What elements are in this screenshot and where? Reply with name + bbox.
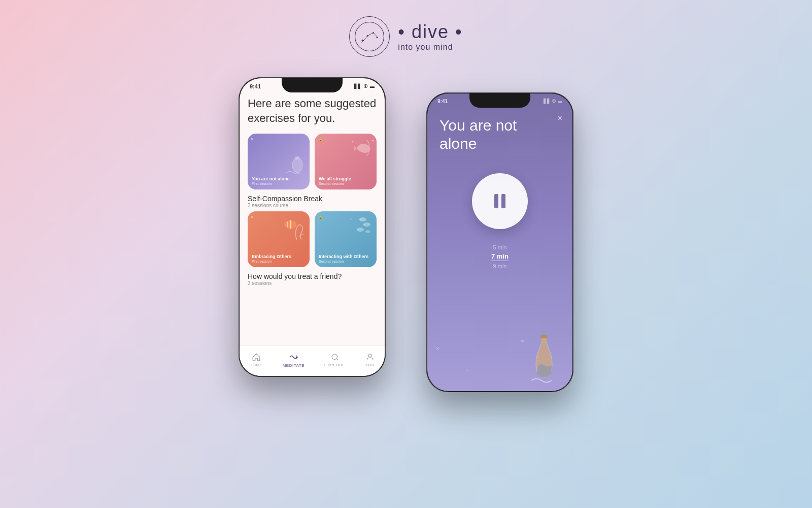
course2-label: How would you treat a friend? 3 sessions xyxy=(248,272,377,286)
card-embracing-others[interactable]: × xyxy=(248,211,310,267)
svg-point-18 xyxy=(332,354,337,360)
player-title-line2: alone xyxy=(439,135,477,152)
you-icon xyxy=(365,353,375,362)
status-icons: ▋▋ ⦿ ▬ xyxy=(354,84,375,89)
course1-title: Self-Compassion Break xyxy=(248,195,377,203)
heading-text: Here are some suggested exercises for yo… xyxy=(248,97,377,125)
nav-you-label: YOU xyxy=(365,363,375,367)
app-header: • dive • into you mind xyxy=(349,16,462,57)
card-lock-icon: 🔒 xyxy=(318,137,323,142)
card2-label: We all struggle xyxy=(319,176,373,182)
status-time: 9:41 xyxy=(250,83,261,89)
screen-content: Here are some suggested exercises for yo… xyxy=(240,91,385,345)
pause-bar-left xyxy=(494,194,498,208)
duration-9min[interactable]: 9 min xyxy=(493,263,507,269)
course1-label: Self-Compassion Break 3 sessions course xyxy=(248,195,377,208)
card4-label: Interacting with Others xyxy=(319,254,373,260)
wifi-icon: ⦿ xyxy=(363,84,368,89)
battery-icon: ▬ xyxy=(370,84,375,89)
logo-subtitle: into you mind xyxy=(398,43,462,52)
duration-7min[interactable]: 7 min xyxy=(491,252,509,261)
card-you-are-not-alone[interactable]: × You are not alone First session xyxy=(248,134,310,189)
nav-meditate-label: MEDITATE xyxy=(283,363,304,368)
card-x-icon: × xyxy=(251,137,253,142)
logo-text: • dive • into you mind xyxy=(398,21,462,52)
meditate-icon xyxy=(288,352,298,362)
card4-lock-icon: 🔒 xyxy=(318,214,323,219)
phone1-inner: 9:41 ▋▋ ⦿ ▬ Here are some suggested exer… xyxy=(240,78,385,376)
deco-x1: × xyxy=(435,344,439,353)
phones-container: 9:41 ▋▋ ⦿ ▬ Here are some suggested exer… xyxy=(239,77,573,392)
phone2-notch xyxy=(469,93,530,108)
play-button-container xyxy=(439,173,560,229)
nav-explore[interactable]: EXPLORE xyxy=(324,353,345,367)
duration-selector: 5 min 7 min 9 min xyxy=(439,244,560,269)
svg-text:×: × xyxy=(371,138,374,143)
nav-home[interactable]: HOME xyxy=(250,353,263,367)
phone2-icons: ▋▋ ⦿ ▬ xyxy=(544,99,562,104)
course2-subtitle: 3 sessions xyxy=(248,280,377,286)
phone1-notch xyxy=(282,78,343,92)
card3-session: First session xyxy=(252,260,306,263)
player-title: You are not alone xyxy=(439,116,517,153)
card-we-all-struggle[interactable]: 🔒 × xyxy=(315,134,377,189)
course1-cards-row: × You are not alone First session xyxy=(248,134,377,189)
card1-session: First session xyxy=(252,182,306,185)
svg-point-5 xyxy=(292,157,302,173)
player-title-line1: You are not xyxy=(439,117,517,134)
nav-meditate[interactable]: MEDITATE xyxy=(283,352,304,368)
card4-session: Second session xyxy=(319,260,373,263)
phone2-inner: 9:41 ▋▋ ⦿ ▬ × You are not alone xyxy=(427,93,572,391)
card-interacting-others[interactable]: 🔒 × xyxy=(315,211,377,267)
bottle-svg xyxy=(524,332,564,383)
deco-x2: × xyxy=(466,367,469,373)
logo-title: • dive • xyxy=(398,21,462,43)
logo-circle xyxy=(349,16,390,57)
svg-point-7 xyxy=(352,141,354,143)
svg-point-19 xyxy=(368,354,371,357)
phone1-screen: 9:41 ▋▋ ⦿ ▬ Here are some suggested exer… xyxy=(240,78,385,376)
bottom-nav: HOME MEDITATE xyxy=(240,345,385,376)
svg-rect-21 xyxy=(540,335,548,338)
pause-bar-right xyxy=(501,194,505,208)
course2-cards-row: × xyxy=(248,211,377,267)
svg-point-0 xyxy=(355,22,384,51)
course2-title: How would you treat a friend? xyxy=(248,272,377,280)
duration-5min[interactable]: 5 min xyxy=(493,244,507,250)
nav-you[interactable]: YOU xyxy=(365,353,375,367)
signal-icon: ▋▋ xyxy=(354,84,361,89)
phone2-frame: 9:41 ▋▋ ⦿ ▬ × You are not alone xyxy=(426,92,573,392)
home-icon xyxy=(252,353,261,362)
card2-session: Second session xyxy=(319,182,373,185)
card3-x-icon: × xyxy=(251,214,253,219)
svg-text:×: × xyxy=(350,217,353,221)
nav-home-label: HOME xyxy=(250,363,263,367)
phone1-frame: 9:41 ▋▋ ⦿ ▬ Here are some suggested exer… xyxy=(239,77,386,377)
explore-icon xyxy=(330,353,340,362)
close-button[interactable]: × xyxy=(558,114,562,123)
nav-explore-label: EXPLORE xyxy=(324,363,345,367)
pause-icon xyxy=(494,194,505,208)
phone2-screen: 9:41 ▋▋ ⦿ ▬ × You are not alone xyxy=(427,93,572,391)
card3-label: Embracing Others xyxy=(252,254,306,260)
course1-subtitle: 3 sessions course xyxy=(248,203,377,208)
phone2-time: 9:41 xyxy=(437,99,448,104)
svg-rect-6 xyxy=(295,156,299,160)
player-content: You are not alone xyxy=(427,106,572,391)
pause-button[interactable] xyxy=(472,173,528,229)
